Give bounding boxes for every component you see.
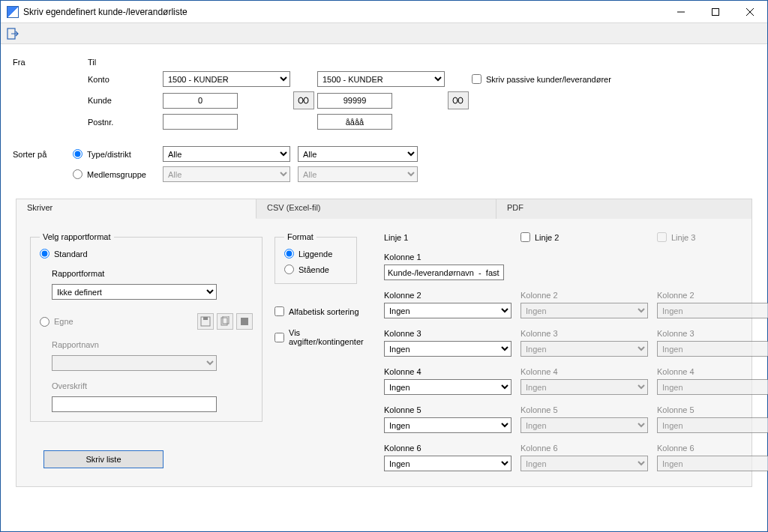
type-to-select[interactable]: Alle <box>298 146 418 162</box>
alfabetisk-checkbox[interactable]: Alfabetisk sortering <box>274 306 372 316</box>
sort-label: Sorter på <box>13 150 73 159</box>
kunde-to-input[interactable] <box>317 93 392 109</box>
l1-kol3-label: Kolonne 3 <box>384 329 512 338</box>
kunde-from-search-icon[interactable] <box>293 91 314 109</box>
avgifter-checkbox[interactable]: Vis avgifter/kontingenter <box>274 328 372 346</box>
l2-kol4-label: Kolonne 4 <box>520 367 648 376</box>
l2-kol3-select: Ingen <box>520 341 648 357</box>
copy-icon <box>217 313 233 330</box>
l1-kol5-label: Kolonne 5 <box>384 405 512 414</box>
l3-kol5-label: Kolonne 5 <box>657 405 768 414</box>
window-title: Skriv egendefinert kunde-/leverandørlist… <box>23 7 188 17</box>
sort-grid: Sorter på Type/distrikt Alle Alle Medlem… <box>13 146 755 182</box>
medlem-from-select: Alle <box>163 166 290 182</box>
l3-kol2-label: Kolonne 2 <box>657 291 768 300</box>
l3-kol4-label: Kolonne 4 <box>657 367 768 376</box>
l1-kol4-select[interactable]: Ingen <box>384 379 512 395</box>
svg-rect-7 <box>203 317 208 320</box>
svg-rect-0 <box>712 8 719 15</box>
l3-kol3-select: Ingen <box>657 341 768 357</box>
postnr-label: Postnr. <box>88 118 163 127</box>
l3-kol6-select: Ingen <box>657 456 768 471</box>
toolbar <box>1 23 767 44</box>
linje3-checkbox: Linje 3 <box>657 232 768 242</box>
l3-kol4-select: Ingen <box>657 379 768 395</box>
from-header: Fra <box>13 58 88 67</box>
to-header: Til <box>88 58 163 67</box>
maximize-button[interactable] <box>698 1 733 23</box>
tab-skriver[interactable]: Skriver <box>16 199 256 219</box>
liggende-radio[interactable]: Liggende <box>284 249 347 259</box>
l1-kol2-select[interactable]: Ingen <box>384 303 512 318</box>
format-legend: Format <box>284 232 316 241</box>
titlebar: Skriv egendefinert kunde-/leverandørlist… <box>1 1 767 23</box>
l1-kol3-select[interactable]: Ingen <box>384 341 512 357</box>
sort-medlem-radio[interactable]: Medlemsgruppe <box>73 169 163 179</box>
output-panel: Skriver CSV (Excel-fil) PDF Velg rapport… <box>16 199 752 487</box>
svg-rect-10 <box>241 318 248 325</box>
l2-kol5-label: Kolonne 5 <box>520 405 648 414</box>
l1-kol6-select[interactable]: Ingen <box>384 456 512 471</box>
l2-kol2-label: Kolonne 2 <box>520 291 648 300</box>
l2-kol6-select: Ingen <box>520 456 648 471</box>
linje-grid: Linje 1 Linje 2 Linje 3 Kolonne 1 Kolonn… <box>384 232 768 471</box>
l2-kol4-select: Ingen <box>520 379 648 395</box>
kunde-to-search-icon[interactable] <box>448 91 469 109</box>
passive-checkbox[interactable]: Skriv passive kunder/leverandører <box>472 74 697 84</box>
app-icon <box>7 6 19 18</box>
l2-kol6-label: Kolonne 6 <box>520 444 648 453</box>
rapportnavn-label: Rapportnavn <box>52 340 253 349</box>
passive-checkbox-input[interactable] <box>472 74 482 84</box>
minimize-button[interactable] <box>664 1 698 23</box>
svg-point-2 <box>298 97 303 103</box>
overskrift-input <box>52 396 217 412</box>
print-button[interactable]: Skriv liste <box>44 450 164 468</box>
l1-kol5-select[interactable]: Ingen <box>384 417 512 433</box>
standard-radio[interactable]: Standard <box>40 249 253 259</box>
svg-point-5 <box>458 97 463 103</box>
postnr-to-input[interactable] <box>317 114 392 130</box>
konto-label: Konto <box>88 75 163 84</box>
rapportformat-label: Rapportformat <box>52 269 253 278</box>
linje1-header: Linje 1 <box>384 232 512 242</box>
tabbar: Skriver CSV (Excel-fil) PDF <box>16 199 752 219</box>
l2-kol2-select: Ingen <box>520 303 648 318</box>
konto-from-select[interactable]: 1500 - KUNDER <box>163 71 290 87</box>
svg-point-3 <box>304 97 308 103</box>
l1-kol4-label: Kolonne 4 <box>384 367 512 376</box>
konto-to-select[interactable]: 1500 - KUNDER <box>317 71 445 87</box>
l3-kol3-label: Kolonne 3 <box>657 329 768 338</box>
rapportnavn-select <box>52 355 217 371</box>
staende-radio[interactable]: Stående <box>284 265 347 274</box>
egne-radio[interactable]: Egne <box>40 317 74 327</box>
l2-kol5-select: Ingen <box>520 417 648 433</box>
save-icon <box>197 313 214 330</box>
kunde-from-input[interactable] <box>163 93 238 109</box>
postnr-from-input[interactable] <box>163 114 238 130</box>
passive-checkbox-label: Skriv passive kunder/leverandører <box>486 75 611 84</box>
exit-icon[interactable] <box>4 25 22 42</box>
tab-pdf[interactable]: PDF <box>496 199 752 219</box>
report-format-group: Velg rapportformat Standard Rapportforma… <box>30 232 262 422</box>
delete-icon <box>236 313 253 330</box>
sort-type-radio[interactable]: Type/distrikt <box>73 149 163 159</box>
medlem-to-select: Alle <box>298 166 418 182</box>
tab-csv[interactable]: CSV (Excel-fil) <box>256 199 496 219</box>
l1-kol2-label: Kolonne 2 <box>384 291 512 300</box>
close-button[interactable] <box>733 1 767 23</box>
linje2-checkbox[interactable]: Linje 2 <box>520 232 648 242</box>
l1-kol6-label: Kolonne 6 <box>384 444 512 453</box>
l1-kol1-label: Kolonne 1 <box>384 253 512 262</box>
type-from-select[interactable]: Alle <box>163 146 290 162</box>
l1-kol1-value <box>384 265 504 280</box>
rapportformat-select[interactable]: Ikke definert <box>52 284 217 300</box>
filter-grid: Fra Til Konto 1500 - KUNDER 1500 - KUNDE… <box>13 58 755 130</box>
report-format-legend: Velg rapportformat <box>40 232 114 241</box>
l3-kol2-select: Ingen <box>657 303 768 318</box>
l3-kol6-label: Kolonne 6 <box>657 444 768 453</box>
l2-kol3-label: Kolonne 3 <box>520 329 648 338</box>
overskrift-label: Overskrift <box>52 381 253 390</box>
l3-kol5-select: Ingen <box>657 417 768 433</box>
format-group: Format Liggende Stående <box>274 232 357 284</box>
kunde-label: Kunde <box>88 96 163 105</box>
